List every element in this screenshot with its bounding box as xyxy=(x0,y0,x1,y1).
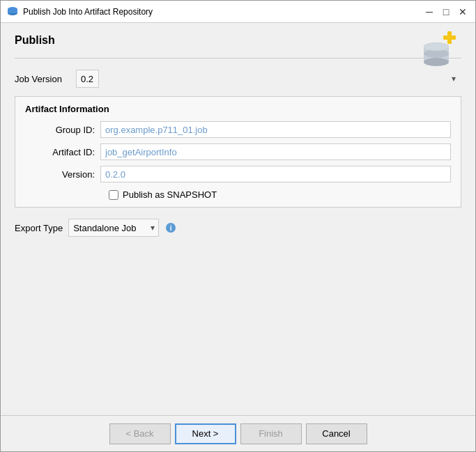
job-version-select[interactable]: 0.2 0.1 xyxy=(76,70,99,88)
button-bar: < Back Next > Finish Cancel xyxy=(1,415,475,451)
export-type-row: Export Type Standalone Job Shared Job i xyxy=(15,219,461,237)
page-title: Publish xyxy=(15,34,461,47)
cancel-button[interactable]: Cancel xyxy=(306,423,367,444)
spacer xyxy=(15,245,461,404)
artifact-info-box: Artifact Information Group ID: Artifact … xyxy=(15,96,461,208)
back-button[interactable]: < Back xyxy=(109,423,171,444)
snapshot-label: Publish as SNAPSHOT xyxy=(123,189,217,200)
artifact-id-row: Artifact ID: xyxy=(39,143,451,160)
info-badge: i xyxy=(166,223,176,233)
artifact-id-input[interactable] xyxy=(100,143,451,160)
dialog-title: Publish Job Into Artifact Repository xyxy=(23,7,422,17)
svg-rect-3 xyxy=(8,11,17,13)
version-label: Version: xyxy=(39,169,95,180)
minimize-button[interactable]: ─ xyxy=(422,5,436,19)
export-type-select[interactable]: Standalone Job Shared Job xyxy=(68,219,159,237)
db-icon-wrapper xyxy=(417,29,461,75)
group-id-row: Group ID: xyxy=(39,121,451,138)
job-version-select-wrap: 0.2 0.1 xyxy=(76,70,461,88)
job-version-row: Job Version 0.2 0.1 xyxy=(15,70,461,88)
window-controls: ─ □ ✕ xyxy=(422,5,470,19)
artifact-info-title: Artifact Information xyxy=(25,104,451,114)
publish-dialog: Publish Job Into Artifact Repository ─ □… xyxy=(0,0,476,452)
snapshot-checkbox[interactable] xyxy=(109,190,118,200)
maximize-button[interactable]: □ xyxy=(439,5,453,19)
export-type-label: Export Type xyxy=(15,223,63,233)
db-icon xyxy=(417,29,461,73)
svg-point-10 xyxy=(424,42,449,51)
svg-point-8 xyxy=(424,58,449,66)
dialog-icon xyxy=(6,6,19,18)
version-input[interactable] xyxy=(100,166,451,182)
title-bar: Publish Job Into Artifact Repository ─ □… xyxy=(1,1,475,23)
job-version-label: Job Version xyxy=(15,74,70,84)
title-separator xyxy=(15,58,461,59)
svg-rect-5 xyxy=(443,36,456,40)
export-type-select-wrap: Standalone Job Shared Job xyxy=(68,219,159,237)
finish-button[interactable]: Finish xyxy=(240,423,302,444)
content-area: Publish Job Version xyxy=(1,23,475,415)
close-button[interactable]: ✕ xyxy=(456,5,470,19)
group-id-label: Group ID: xyxy=(39,125,95,135)
group-id-input[interactable] xyxy=(100,121,451,138)
artifact-fields: Group ID: Artifact ID: Version: Publish … xyxy=(25,121,451,200)
artifact-id-label: Artifact ID: xyxy=(39,147,95,157)
version-row: Version: xyxy=(39,166,451,182)
snapshot-row: Publish as SNAPSHOT xyxy=(39,189,451,200)
next-button[interactable]: Next > xyxy=(175,423,236,444)
